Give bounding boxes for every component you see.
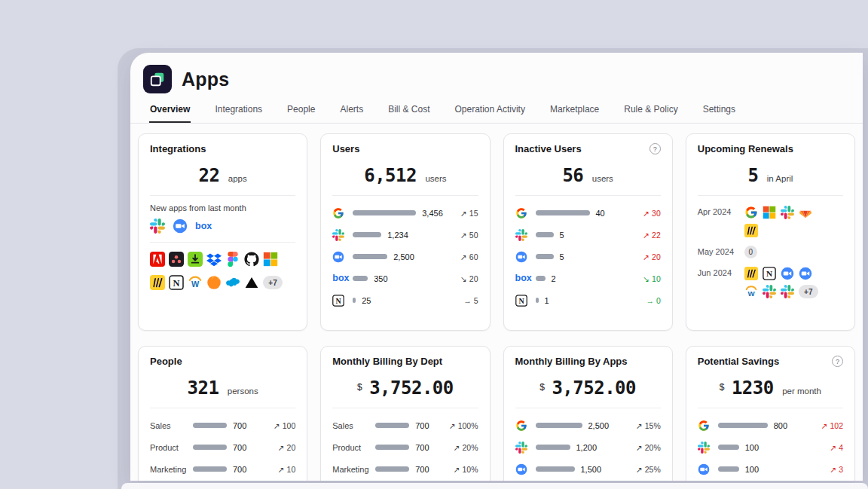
tab-operation-activity[interactable]: Operation Activity <box>454 99 526 123</box>
usage-bar <box>536 254 554 259</box>
stat-row: 1,200↗ 20% <box>515 436 661 458</box>
card-title: People <box>150 356 182 367</box>
slack-icon <box>150 219 165 234</box>
big-stat: 5 in April <box>698 154 843 195</box>
usage-bar <box>353 232 381 237</box>
inactive-users-count: 56 <box>562 165 583 186</box>
notion-icon: N <box>763 267 776 280</box>
help-icon[interactable]: ? <box>649 143 661 154</box>
stat-row: 40↗ 30 <box>515 202 661 224</box>
usage-bar <box>353 254 387 259</box>
trend-indicator: ↗ 25% <box>636 465 661 474</box>
big-stat: 6,512 users <box>332 154 478 195</box>
svg-text:N: N <box>518 296 524 304</box>
stat-row: N25→ 5 <box>332 289 478 311</box>
row-label: Sales <box>150 421 193 430</box>
usage-bar <box>536 466 575 472</box>
google-icon <box>744 206 758 219</box>
usage-bar <box>353 276 368 281</box>
row-value: 700 <box>233 421 246 430</box>
card-header: Monthly Billing By Apps <box>515 356 661 367</box>
row-icon-wrap <box>515 207 536 219</box>
card-header: Inactive Users ? <box>515 143 661 154</box>
usage-bar <box>353 298 356 303</box>
stat-row: Product700↗ 20% <box>332 436 478 458</box>
tab-people[interactable]: People <box>286 99 316 123</box>
trend-indicator: ↗ 20 <box>643 252 660 261</box>
big-stat: $ 3,752.00 <box>515 367 661 408</box>
tab-marketplace[interactable]: Marketplace <box>549 99 600 123</box>
tab-overview[interactable]: Overview <box>149 99 191 123</box>
row-label: Product <box>332 443 375 452</box>
card-billing-by-dept: Monthly Billing By Dept $ 3,752.00 Sales… <box>320 346 490 481</box>
big-stat: $ 3,752.00 <box>332 367 478 408</box>
trend-indicator: ↗ 20% <box>454 443 478 452</box>
stat-row: box350↘ 20 <box>332 267 478 289</box>
row-label: Marketing <box>332 465 375 474</box>
stat-row: 3,456↗ 15 <box>332 202 478 224</box>
tab-integrations[interactable]: Integrations <box>214 99 263 123</box>
tab-alerts[interactable]: Alerts <box>339 99 364 123</box>
stat-row: 2,500↗ 15% <box>515 414 661 436</box>
svg-text:N: N <box>766 269 772 278</box>
trend-indicator: ↗ 10 <box>278 465 295 474</box>
row-label: Marketing <box>150 465 193 474</box>
renewal-month-row: Jun 2024NW+7 <box>698 267 843 298</box>
row-value: 1 <box>545 296 549 305</box>
row-value: 350 <box>374 274 387 283</box>
row-icon-wrap <box>332 251 353 263</box>
count-badge: 0 <box>744 246 757 258</box>
miro-icon <box>744 224 758 237</box>
card-title: Potential Savings <box>698 356 779 367</box>
unit-label: users <box>425 174 446 183</box>
tab-rule-policy[interactable]: Rule & Policy <box>623 99 678 123</box>
row-icon-wrap <box>515 463 536 475</box>
row-value: 40 <box>596 209 605 218</box>
notion-icon: N <box>332 295 344 307</box>
row-value: 700 <box>233 443 246 452</box>
renewal-months: Apr 2024May 20240Jun 2024NW+7 <box>698 196 843 298</box>
unit-label: persons <box>228 387 258 396</box>
box-icon: box <box>515 273 532 285</box>
help-icon[interactable]: ? <box>832 356 843 367</box>
dashboard-grid: Integrations 22 apps New apps from last … <box>130 124 863 481</box>
trend-indicator: ↘ 10 <box>643 274 660 283</box>
trend-indicator: ↗ 100% <box>449 421 478 430</box>
zoom-icon <box>781 267 794 280</box>
stat-row: box2↘ 10 <box>515 267 661 289</box>
slack-icon <box>515 442 527 454</box>
currency-symbol: $ <box>539 382 545 393</box>
billing-dept-breakdown: Sales700↗ 100%Product700↗ 20%Marketing70… <box>332 408 478 480</box>
usage-bar <box>375 445 409 450</box>
trend-indicator: ↗ 50 <box>460 231 478 240</box>
users-breakdown: 3,456↗ 151,234↗ 502,500↗ 60box350↘ 20N25… <box>332 196 478 311</box>
usage-bar <box>536 423 582 428</box>
github-icon <box>244 252 259 267</box>
usage-bar <box>718 466 739 472</box>
billing-apps-breakdown: 2,500↗ 15%1,200↗ 20%1,500↗ 25% <box>515 408 661 480</box>
trend-indicator: ↗ 20 <box>278 443 295 452</box>
row-value: 700 <box>415 421 429 430</box>
row-value: 1,500 <box>581 465 602 474</box>
tab-settings[interactable]: Settings <box>702 99 736 123</box>
usage-bar <box>536 210 590 215</box>
apps-window: Apps OverviewIntegrationsPeopleAlertsBil… <box>130 53 863 481</box>
tab-bill-cost[interactable]: Bill & Cost <box>387 99 430 123</box>
figma-icon <box>225 252 240 267</box>
slack-icon <box>515 229 527 241</box>
month-app-icons: 0 <box>744 246 829 258</box>
card-title: Inactive Users <box>515 143 582 154</box>
miro-icon <box>150 275 165 290</box>
slack-icon <box>781 285 794 298</box>
row-value: 2,500 <box>588 421 610 430</box>
notion-icon: N <box>515 295 527 307</box>
row-label: Sales <box>332 421 375 430</box>
svg-text:N: N <box>336 296 342 304</box>
trend-indicator: ↗ 102 <box>821 421 843 430</box>
apps-icons-row2: NW+7 <box>150 270 295 295</box>
usage-bar <box>536 445 570 450</box>
unit-label: apps <box>228 174 247 183</box>
stat-row: Marketing700↗ 10% <box>332 458 478 480</box>
card-header: Monthly Billing By Dept <box>332 356 478 367</box>
big-stat: 22 apps <box>150 154 295 195</box>
